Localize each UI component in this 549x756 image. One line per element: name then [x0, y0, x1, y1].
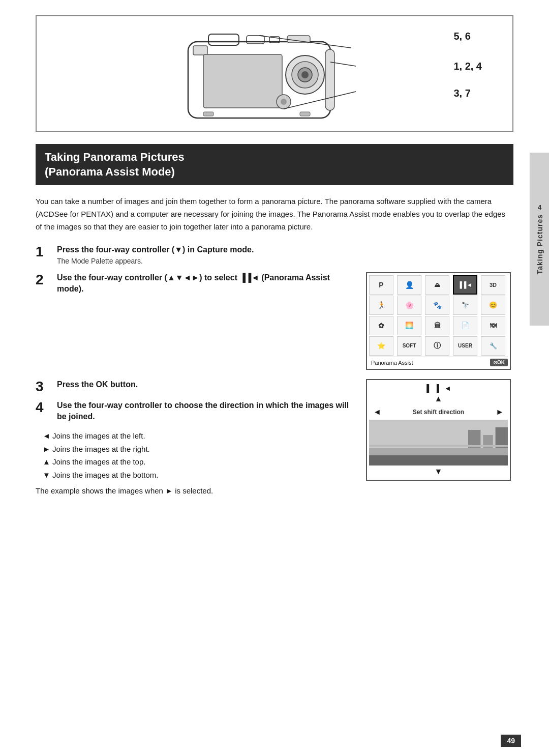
camera-svg [158, 26, 391, 121]
palette-cell-flower: 🌸 [397, 296, 421, 315]
section-header-line1: Taking Panorama Pictures [45, 151, 185, 163]
arrow-up: ▲ [369, 393, 508, 404]
direction-main-image [369, 420, 508, 466]
palette-cell-zoom: 🔭 [453, 296, 477, 315]
svg-rect-1 [208, 34, 239, 45]
palette-cell-3d: 3D [481, 275, 505, 295]
step-3-row: 3 Press the OK button. [36, 379, 356, 395]
palette-cell-manual: ⓘ [425, 336, 449, 356]
cityscape-svg [369, 420, 508, 466]
palette-cell-custom: 🔧 [481, 336, 505, 356]
step-4-title: Use the four-way controller to choose th… [57, 400, 356, 423]
camera-label-56: 5, 6 [453, 31, 482, 42]
steps-3-4-text: 3 Press the OK button. 4 Use the four-wa… [36, 379, 356, 496]
bullet-3: ▲ Joins the images at the top. [41, 455, 356, 469]
step-1-row: 1 Press the four-way controller (▼) in C… [36, 244, 513, 265]
page-container: 4 Taking Pictures 49 [0, 0, 549, 756]
palette-label: Panorama Assist [369, 359, 415, 367]
tab-number: 4 [538, 203, 541, 211]
palette-cell-face: 😊 [481, 296, 505, 315]
direction-arrows-row: ◄ Set shift direction ► [369, 404, 508, 420]
arrow-right: ► [496, 408, 504, 417]
palette-cell-sunset: 🌅 [397, 316, 421, 335]
content-area: 5, 6 1, 2, 4 3, 7 Taking Panorama Pictur… [25, 0, 524, 756]
palette-grid: P 👤 ⛰ ▐▐◄ 3D 🏃 🌸 🐾 🔭 😊 ✿ 🌅 [369, 275, 508, 356]
sidebar-tab: 4 Taking Pictures [530, 153, 549, 326]
step-3-content: Press the OK button. [57, 379, 356, 390]
direction-label: Set shift direction [413, 409, 464, 416]
step-2-area: 2 Use the four-way controller (▲▼◄►) to … [36, 272, 513, 370]
palette-cell-sport: 🏃 [369, 296, 393, 315]
svg-rect-10 [325, 49, 334, 110]
svg-rect-26 [369, 445, 508, 447]
step-1-title: Press the four-way controller (▼) in Cap… [57, 244, 513, 255]
bullet-2: ► Joins the images at the right. [41, 443, 356, 456]
mode-palette: P 👤 ⛰ ▐▐◄ 3D 🏃 🌸 🐾 🔭 😊 ✿ 🌅 [366, 272, 511, 370]
section-header: Taking Panorama Pictures (Panorama Assis… [36, 144, 513, 185]
palette-cell-user: USER [453, 336, 477, 356]
mode-palette-area: P 👤 ⛰ ▐▐◄ 3D 🏃 🌸 🐾 🔭 😊 ✿ 🌅 [366, 272, 513, 370]
arrow-down: ▼ [369, 466, 508, 478]
step-1-content: Press the four-way controller (▼) in Cap… [57, 244, 513, 265]
svg-point-15 [281, 99, 287, 105]
ok-badge: ⊙OK [490, 359, 508, 366]
palette-cell-panorama: ▐▐◄ [453, 275, 477, 295]
svg-rect-13 [300, 112, 310, 116]
camera-label-124: 1, 2, 4 [453, 61, 482, 72]
section-header-line2: (Panorama Assist Mode) [45, 165, 175, 178]
svg-point-9 [301, 71, 309, 78]
svg-rect-5 [203, 54, 282, 108]
palette-cell-P: P [369, 275, 393, 295]
step-4-row: 4 Use the four-way controller to choose … [36, 400, 356, 423]
palette-cell-food: 🍽 [481, 316, 505, 335]
step-2-content: Use the four-way controller (▲▼◄►) to se… [57, 272, 356, 295]
step-1-subtitle: The Mode Palette appears. [57, 257, 513, 265]
palette-cell-flower2: ✿ [369, 316, 393, 335]
step-3-number: 3 [36, 379, 57, 395]
body-text: You can take a number of images and join… [36, 195, 513, 233]
example-text: The example shows the images when ► is s… [36, 486, 356, 495]
camera-diagram: 5, 6 1, 2, 4 3, 7 [36, 15, 513, 132]
step-2-text: 2 Use the four-way controller (▲▼◄►) to … [36, 272, 356, 302]
direction-top-icon: ▐ ▐ ◄ [369, 382, 508, 393]
svg-rect-12 [203, 112, 214, 116]
step-4-number: 4 [36, 400, 57, 416]
camera-label-37: 3, 7 [453, 88, 482, 99]
palette-cell-soft: SOFT [397, 336, 421, 356]
steps-3-4-area: 3 Press the OK button. 4 Use the four-wa… [36, 379, 513, 496]
direction-image-area: ▐ ▐ ◄ ▲ ◄ Set shift direction ► [366, 379, 513, 481]
palette-cell-portrait: 👤 [397, 275, 421, 295]
step-1-number: 1 [36, 244, 57, 260]
direction-image: ▐ ▐ ◄ ▲ ◄ Set shift direction ► [366, 379, 511, 481]
tab-label: Taking Pictures [536, 214, 544, 274]
palette-cell-pet: 🐾 [425, 296, 449, 315]
bullet-list: ◄ Joins the images at the left. ► Joins … [36, 429, 356, 481]
step-2-title: Use the four-way controller (▲▼◄►) to se… [57, 272, 356, 295]
step-3-title: Press the OK button. [57, 379, 356, 390]
palette-cell-museum: 🏛 [425, 316, 449, 335]
step-2-number: 2 [36, 272, 57, 288]
bullet-1: ◄ Joins the images at the left. [41, 429, 356, 443]
palette-cell-landscape: ⛰ [425, 275, 449, 295]
palette-bottom: Panorama Assist ⊙OK [369, 357, 508, 367]
svg-line-18 [284, 92, 356, 109]
step-4-content: Use the four-way controller to choose th… [57, 400, 356, 423]
svg-rect-25 [369, 448, 508, 455]
svg-rect-2 [247, 36, 264, 44]
palette-cell-star: ⭐ [369, 336, 393, 356]
palette-cell-doc: 📄 [453, 316, 477, 335]
bullet-4: ▼ Joins the images at the bottom. [41, 469, 356, 482]
step-2-row: 2 Use the four-way controller (▲▼◄►) to … [36, 272, 356, 295]
arrow-left: ◄ [373, 408, 381, 417]
svg-rect-4 [193, 46, 207, 55]
